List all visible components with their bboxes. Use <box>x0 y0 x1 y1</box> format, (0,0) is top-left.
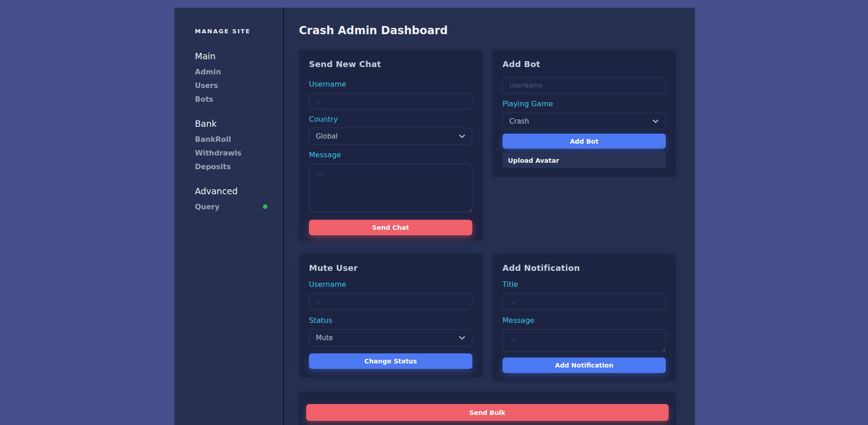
notification-title-input[interactable] <box>502 293 666 310</box>
sidebar-item-label: Admin <box>195 67 221 76</box>
sidebar-item-admin[interactable]: Admin <box>195 65 267 78</box>
sidebar-item-deposits[interactable]: Deposits <box>195 160 267 173</box>
card-send-bulk: Send Bulk <box>299 392 676 425</box>
sidebar-item-label: Withdrawls <box>195 149 241 157</box>
sidebar-item-bankroll[interactable]: BankRoll <box>195 132 267 146</box>
sidebar: MANAGE SITE Main Admin Users Bots Bank B… <box>174 8 284 425</box>
sidebar-item-withdrawls[interactable]: Withdrawls <box>195 146 267 160</box>
notification-message-textarea[interactable] <box>502 329 666 352</box>
username-label: Username <box>309 81 472 88</box>
country-select[interactable]: Global <box>309 128 472 145</box>
send-chat-button[interactable]: Send Chat <box>309 220 472 235</box>
country-select-wrapper: Global <box>309 128 472 145</box>
change-status-button[interactable]: Change Status <box>309 353 472 369</box>
nav-section-bank: Bank <box>195 119 267 129</box>
playing-game-select[interactable]: Crash <box>502 113 666 130</box>
game-select-wrapper: Crash <box>502 113 666 130</box>
bot-username-input[interactable] <box>502 77 666 93</box>
playing-game-label: Playing Game <box>502 100 666 108</box>
online-status-dot-icon <box>263 204 267 209</box>
title-label: Title <box>502 281 666 288</box>
nav-section-main: Main <box>195 51 267 61</box>
admin-panel: MANAGE SITE Main Admin Users Bots Bank B… <box>174 8 695 425</box>
page-title: Crash Admin Dashboard <box>299 24 448 37</box>
username-label: Username <box>309 281 472 288</box>
send-bulk-button[interactable]: Send Bulk <box>306 404 669 421</box>
card-title: Send New Chat <box>309 60 472 68</box>
upload-avatar-label: Upload Avatar <box>508 157 559 164</box>
card-add-bot: Add Bot Playing Game Crash Add Bot Uploa… <box>492 50 676 177</box>
add-bot-button[interactable]: Add Bot <box>502 134 666 149</box>
card-title: Mute User <box>309 264 472 272</box>
sidebar-brand: MANAGE SITE <box>195 28 267 35</box>
message-label: Message <box>502 317 666 324</box>
card-add-notification: Add Notification Title Message Add Notif… <box>492 254 676 381</box>
sidebar-item-label: Deposits <box>195 162 231 171</box>
status-select[interactable]: Mute <box>309 329 472 346</box>
sidebar-item-label: Bots <box>195 95 213 104</box>
status-label: Status <box>309 317 472 324</box>
card-title: Add Bot <box>502 60 666 68</box>
sidebar-item-label: Users <box>195 81 218 90</box>
upload-avatar-file-input[interactable]: Upload Avatar <box>502 153 666 168</box>
message-label: Message <box>309 151 472 159</box>
chat-message-textarea[interactable] <box>309 164 472 212</box>
status-select-wrapper: Mute <box>309 329 472 346</box>
add-notification-button[interactable]: Add Notification <box>502 358 666 373</box>
mute-username-input[interactable] <box>309 293 472 310</box>
card-title: Add Notification <box>502 264 666 272</box>
country-label: Country <box>309 116 472 123</box>
sidebar-item-label: BankRoll <box>195 135 231 144</box>
card-send-new-chat: Send New Chat Username Country Global Me… <box>299 50 482 241</box>
sidebar-item-label: Query <box>195 202 220 211</box>
nav-section-advanced: Advanced <box>195 186 267 196</box>
sidebar-item-query[interactable]: Query <box>195 200 267 213</box>
card-mute-user: Mute User Username Status Mute Change St… <box>299 254 482 377</box>
chat-username-input[interactable] <box>309 93 472 109</box>
sidebar-item-bots[interactable]: Bots <box>195 92 267 106</box>
sidebar-item-users[interactable]: Users <box>195 78 267 92</box>
